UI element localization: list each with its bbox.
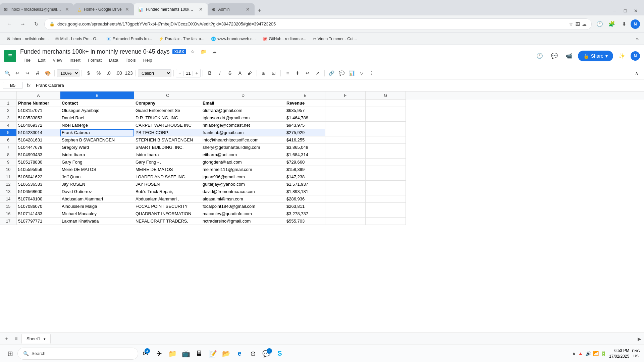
cell-f3[interactable] (325, 114, 366, 122)
cell-a5[interactable]: 5104233014 (17, 129, 60, 136)
cell-e5[interactable]: $275,929 (285, 129, 325, 136)
insert-filter-button[interactable]: ▽ (357, 68, 366, 78)
highlight-color-button[interactable]: 🖌 (245, 68, 255, 78)
cell-a6[interactable]: 5104281631 (17, 136, 60, 144)
cell-a10[interactable]: 5105595959 (17, 166, 60, 173)
tray-battery[interactable]: 🔋 (601, 351, 606, 356)
cell-c5[interactable]: PB TECH CORP. (134, 129, 201, 136)
taskbar-app-skype[interactable]: S (274, 348, 286, 360)
cell-d17[interactable]: nctradersinc@gmail.com (201, 218, 285, 225)
bookmark-extracted[interactable]: 📧 Extracted Emails fro... (104, 35, 155, 43)
cell-b11[interactable]: Jeff Quan (60, 173, 134, 181)
taskbar-app-files[interactable]: 📂 (220, 348, 232, 360)
sheets-document-title[interactable]: Funded merchants 100k+ in monthly revenu… (20, 48, 170, 55)
cell-g14[interactable] (366, 195, 406, 203)
row-header-16[interactable]: 16 (0, 210, 17, 218)
cell-e16[interactable]: $3,278,737 (285, 210, 325, 218)
cell-d7[interactable]: sheryl@getsmartbuilding.com (201, 144, 285, 151)
tab-gmail[interactable]: ✉ Inbox - mcadeals1@gmail.com ✕ (0, 3, 74, 15)
undo-button[interactable]: ↩ (13, 68, 22, 78)
cell-c4[interactable]: CARPET WAREHOUSE INC (134, 122, 201, 129)
cloud-button[interactable]: ☁ (582, 21, 587, 27)
cell-e1[interactable]: Revenue (285, 100, 325, 107)
cell-d15[interactable]: focalpoint1840@gmail.com (201, 203, 285, 210)
font-size-increase-button[interactable]: + (193, 69, 200, 77)
cell-a14[interactable]: 5107049100 (17, 195, 60, 203)
cell-a3[interactable]: 5103533853 (17, 114, 60, 122)
cell-e6[interactable]: $416,255 (285, 136, 325, 144)
col-header-b[interactable]: B (60, 92, 134, 100)
cell-f9[interactable] (325, 159, 366, 166)
start-button[interactable]: ⊞ (4, 348, 16, 360)
tab-close-gmail[interactable]: ✕ (64, 7, 70, 12)
cell-g10[interactable] (366, 166, 406, 173)
cell-f4[interactable] (325, 122, 366, 129)
format-increase-button[interactable]: .00 (114, 68, 123, 78)
wrap-button[interactable]: ↵ (303, 68, 312, 78)
cell-g6[interactable] (366, 136, 406, 144)
borders-button[interactable]: ⊞ (259, 68, 268, 78)
row-header-3[interactable]: 3 (0, 114, 17, 122)
font-selector[interactable]: Calibri (138, 69, 171, 77)
cell-c3[interactable]: D.R. TRUCKING, INC. (134, 114, 201, 122)
row-header-11[interactable]: 11 (0, 173, 17, 181)
minimize-button[interactable]: ─ (610, 6, 619, 15)
cell-d10[interactable]: meiremel111@gmail.com (201, 166, 285, 173)
row-header-7[interactable]: 7 (0, 144, 17, 151)
bookmark-brandon[interactable]: 🌐 www.brandonweb.c... (208, 35, 258, 43)
cell-g13[interactable] (366, 188, 406, 195)
sheets-list-button[interactable]: ≡ (12, 335, 20, 343)
cell-f8[interactable] (325, 151, 366, 159)
cell-d12[interactable]: guitarjay@yahoo.com (201, 181, 285, 188)
menu-insert[interactable]: Insert (66, 56, 84, 64)
cell-d13[interactable]: david@fremontmaaco.com (201, 188, 285, 195)
menu-tools[interactable]: Tools (122, 56, 139, 64)
history-button[interactable]: 🕐 (594, 19, 605, 29)
cell-b9[interactable]: Gary Fong (60, 159, 134, 166)
cell-g15[interactable] (366, 203, 406, 210)
cell-f2[interactable] (325, 107, 366, 114)
cell-f12[interactable] (325, 181, 366, 188)
row-header-6[interactable]: 6 (0, 136, 17, 144)
cell-c1[interactable]: Company (134, 100, 201, 107)
bookmark-github[interactable]: 🐙 GitHub - redianmar... (260, 35, 309, 43)
cell-b12[interactable]: Jay ROSEN (60, 181, 134, 188)
italic-button[interactable]: I (215, 68, 224, 78)
tray-network[interactable]: 📶 (593, 351, 599, 356)
cell-c9[interactable]: Gary Fong - . (134, 159, 201, 166)
cell-a12[interactable]: 5106536533 (17, 181, 60, 188)
star-doc-button[interactable]: ☆ (189, 48, 197, 56)
cell-f5[interactable] (325, 129, 366, 136)
merge-cells-button[interactable]: ⊡ (269, 68, 278, 78)
cell-f14[interactable] (325, 195, 366, 203)
bookmark-trimmer[interactable]: ✂ Video Trimmer - Cut... (310, 35, 360, 43)
cell-a9[interactable]: 5105178830 (17, 159, 60, 166)
cell-c8[interactable]: Isidro Ibarra (134, 151, 201, 159)
bookmark-mail[interactable]: ✉ Mail - Leads Pro - O... (53, 35, 102, 43)
move-doc-button[interactable]: 📁 (200, 48, 208, 56)
cell-f7[interactable] (325, 144, 366, 151)
cell-b3[interactable]: Daniel Rael (60, 114, 134, 122)
url-bar[interactable]: 🔒 docs.google.com/spreadsheets/d/173gpcb… (44, 18, 592, 30)
cell-g16[interactable] (366, 210, 406, 218)
formula-input[interactable] (35, 82, 641, 88)
cell-g17[interactable] (366, 218, 406, 225)
cell-b5[interactable]: Frank Cabrera (60, 129, 134, 136)
cell-g11[interactable] (366, 173, 406, 181)
cell-e10[interactable]: $158,399 (285, 166, 325, 173)
cell-f10[interactable] (325, 166, 366, 173)
taskbar-app-edge[interactable]: e (233, 348, 246, 360)
cell-f15[interactable] (325, 203, 366, 210)
cell-d5[interactable]: frankcab@gmail.com (201, 129, 285, 136)
search-replace-button[interactable]: 🔍 (3, 68, 12, 78)
row-header-17[interactable]: 17 (0, 218, 17, 225)
cell-g2[interactable] (366, 107, 406, 114)
tab-admin[interactable]: ⚙ Admin ✕ (208, 3, 255, 15)
cell-b17[interactable]: Laxman Khatiwada (60, 218, 134, 225)
cell-a11[interactable]: 5106041622 (17, 173, 60, 181)
cell-c17[interactable]: NEPAL CRAFT TRADERS, (134, 218, 201, 225)
cell-d3[interactable]: tgleason.drt@gmail.com (201, 114, 285, 122)
zoom-selector[interactable]: 100% (57, 69, 79, 77)
insert-link-button[interactable]: 🔗 (327, 68, 336, 78)
row-header-12[interactable]: 12 (0, 181, 17, 188)
